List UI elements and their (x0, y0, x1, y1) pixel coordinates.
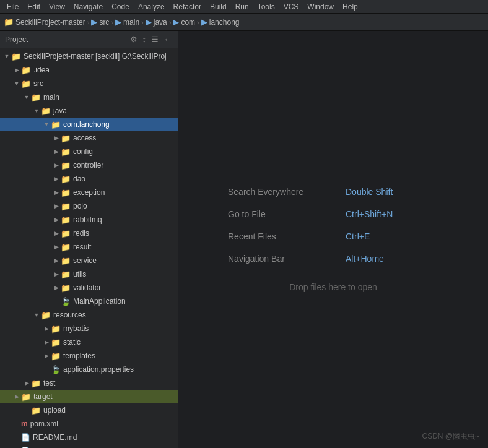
menu-edit[interactable]: Edit (23, 1, 45, 12)
tree-label-service: service (73, 256, 97, 265)
menu-navigate[interactable]: Navigate (69, 1, 107, 12)
tree-item-mybatis[interactable]: ▶ 📁 mybatis (0, 322, 178, 335)
folder-icon-idea: 📁 (21, 66, 31, 75)
menu-run[interactable]: Run (231, 1, 253, 12)
tree-item-readme[interactable]: ▶ 📄 README.md (0, 431, 178, 444)
tree-item-rabbitmq[interactable]: ▶ 📁 rabbitmq (0, 213, 178, 226)
tree-label-mainapplication: MainApplication (73, 297, 126, 306)
tree-label-static: static (63, 338, 81, 347)
hint-label-search: Search Everywhere (228, 187, 303, 197)
tree-item-config[interactable]: ▶ 📁 config (0, 145, 178, 158)
arrow-templates: ▶ (42, 353, 51, 359)
hint-key-search: Double Shift (346, 187, 393, 197)
tree-item-target[interactable]: ▶ 📁 target (0, 390, 178, 403)
folder-icon-dao: 📁 (61, 174, 71, 184)
tree-item-test[interactable]: ▶ 📁 test (0, 376, 178, 390)
project-icon: 📁 (4, 17, 14, 27)
tree-item-pomxml[interactable]: ▶ m pom.xml (0, 417, 178, 431)
tree-item-upload[interactable]: ▶ 📁 upload (0, 403, 178, 417)
tree-label-upload: upload (43, 406, 66, 415)
tree-label-appprops: application.properties (63, 365, 134, 374)
tree-item-comlanchong[interactable]: ▼ 📁 com.lanchong (0, 118, 178, 131)
folder-icon-pojo: 📁 (61, 202, 71, 211)
breadcrumb-sep-5: › (197, 19, 199, 26)
menu-build[interactable]: Build (206, 1, 231, 12)
tree-label-controller: controller (73, 161, 103, 170)
tree-item-access[interactable]: ▶ 📁 access (0, 131, 178, 145)
menu-vcs[interactable]: VCS (279, 1, 303, 12)
expand-icon[interactable]: ↕ (141, 34, 148, 45)
breadcrumb-label-project: SeckillProject-master (15, 18, 85, 27)
breadcrumb-src[interactable]: ▶ src (91, 17, 109, 27)
settings-icon[interactable]: ⚙ (129, 34, 139, 45)
tree-item-utils[interactable]: ▶ 📁 utils (0, 267, 178, 281)
tree-item-pojo[interactable]: ▶ 📁 pojo (0, 199, 178, 213)
tree-item-result[interactable]: ▶ 📁 result (0, 240, 178, 254)
tree-item-exception[interactable]: ▶ 📁 exception (0, 186, 178, 199)
tree-item-templates[interactable]: ▶ 📁 templates (0, 349, 178, 363)
menu-code[interactable]: Code (107, 1, 134, 12)
tree-label-result: result (73, 243, 91, 251)
tree-item-redis[interactable]: ▶ 📁 redis (0, 226, 178, 240)
folder-icon-main: 📁 (31, 93, 41, 102)
arrow-static: ▶ (42, 339, 51, 345)
folder-icon-utils: 📁 (61, 270, 71, 279)
folder-icon-java: 📁 (41, 106, 51, 116)
menu-analyze[interactable]: Analyze (134, 1, 169, 12)
menu-refactor[interactable]: Refactor (169, 1, 206, 12)
arrow-root: ▼ (2, 53, 11, 59)
menu-window[interactable]: Window (303, 1, 338, 12)
folder-icon-mybatis: 📁 (51, 324, 61, 334)
breadcrumb-com[interactable]: ▶ com (173, 17, 195, 27)
folder-icon-src: ▶ (91, 17, 97, 27)
arrow-redis: ▶ (52, 230, 61, 236)
folder-icon-lanchong: ▶ (201, 17, 207, 27)
tree-item-root[interactable]: ▼ 📁 SeckillProject-master [seckill] G:\S… (0, 50, 178, 63)
tree-label-src: src (33, 79, 43, 88)
tree-label-pojo: pojo (73, 202, 87, 210)
collapse-icon[interactable]: ← (162, 34, 173, 45)
tree-label-main: main (43, 93, 59, 101)
tree-label-rabbitmq: rabbitmq (73, 215, 102, 224)
tree-item-resources[interactable]: ▼ 📁 resources (0, 308, 178, 322)
tree-item-static[interactable]: ▶ 📁 static (0, 335, 178, 349)
folder-icon-com: ▶ (173, 17, 179, 27)
folder-icon-resources: 📁 (41, 311, 51, 320)
arrow-pojo: ▶ (52, 203, 61, 209)
arrow-idea: ▶ (12, 67, 21, 73)
watermark: CSDN @懒虫虫~ (422, 431, 479, 442)
sidebar-header: Project ⚙ ↕ ☰ ← (0, 31, 178, 48)
menu-tools[interactable]: Tools (253, 1, 279, 12)
hint-key-navbar: Alt+Home (346, 254, 384, 264)
breadcrumb-lanchong[interactable]: ▶ lanchong (201, 17, 240, 27)
breadcrumb-main[interactable]: ▶ main (115, 17, 139, 27)
menu-view[interactable]: View (45, 1, 69, 12)
breadcrumb-java[interactable]: ▶ java (146, 17, 167, 27)
menu-icon[interactable]: ☰ (150, 34, 160, 45)
sidebar: Project ⚙ ↕ ☰ ← ▼ 📁 SeckillProject-maste… (0, 31, 178, 448)
hint-recentfiles-key: Ctrl+E (346, 231, 438, 241)
content-area: Search Everywhere Double Shift Go to Fil… (178, 31, 488, 448)
tree-item-controller[interactable]: ▶ 📁 controller (0, 158, 178, 172)
breadcrumb-project[interactable]: 📁 SeckillProject-master (4, 17, 85, 27)
breadcrumb-sep-2: › (111, 19, 113, 26)
tree-label-templates: templates (63, 351, 95, 360)
tree-item-idea[interactable]: ▶ 📁 .idea (0, 63, 178, 77)
tree-item-appprops[interactable]: ▶ 🍃 application.properties (0, 363, 178, 376)
menu-help[interactable]: Help (338, 1, 362, 12)
tree-item-src[interactable]: ▼ 📁 src (0, 77, 178, 90)
tree-item-mainapplication[interactable]: ▶ 🍃 MainApplication (0, 295, 178, 308)
tree-item-service[interactable]: ▶ 📁 service (0, 254, 178, 267)
arrow-validator: ▶ (52, 285, 61, 291)
folder-icon-redis: 📁 (61, 229, 71, 238)
hint-navbar: Navigation Bar (228, 254, 321, 264)
tree-item-main[interactable]: ▼ 📁 main (0, 90, 178, 104)
hint-recentfiles: Recent Files (228, 231, 321, 241)
tree-item-validator[interactable]: ▶ 📁 validator (0, 281, 178, 295)
tree-item-java[interactable]: ▼ 📁 java (0, 104, 178, 118)
file-tree: ▼ 📁 SeckillProject-master [seckill] G:\S… (0, 48, 178, 448)
tree-item-dao[interactable]: ▶ 📁 dao (0, 172, 178, 186)
tree-item-seckill-iml[interactable]: ▶ 📄 seckill.iml (0, 444, 178, 448)
folder-icon-comlanchong: 📁 (51, 120, 61, 129)
menu-file[interactable]: File (2, 1, 23, 12)
